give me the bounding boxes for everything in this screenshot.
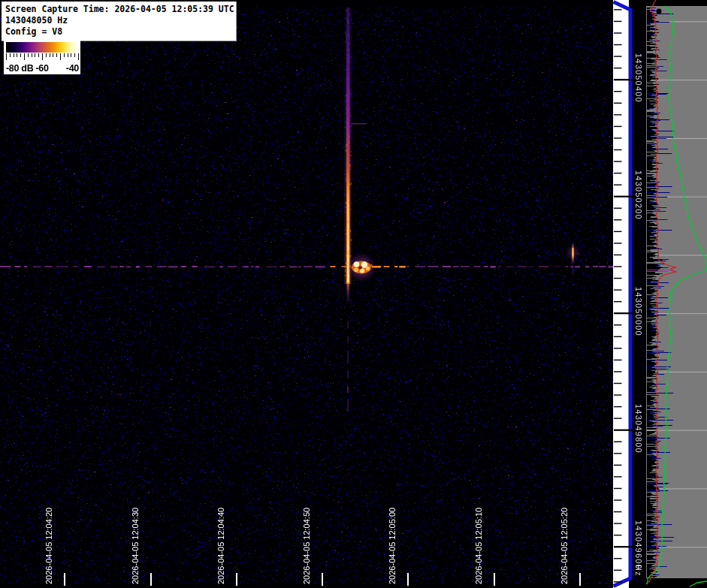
info-box: Screen Capture Time: 2026-04-05 12:05:39…	[2, 2, 237, 41]
colorbar-major-ticks	[6, 53, 79, 60]
screen-capture-window: Screen Capture Time: 2026-04-05 12:05:39…	[0, 0, 707, 588]
spectrogram-canvas	[0, 0, 707, 588]
colorbar-label-left: -80 dB	[6, 63, 33, 74]
colorbar-label-mid: -60	[35, 63, 48, 74]
frequency-text: 143048050 Hz	[5, 15, 234, 26]
colorbar: -80 dB -60 -40	[4, 40, 80, 74]
config-text: Config = V8	[5, 26, 234, 38]
colorbar-gradient	[6, 42, 78, 53]
colorbar-label-right: -40	[66, 63, 79, 74]
capture-time-text: Screen Capture Time: 2026-04-05 12:05:39…	[5, 4, 234, 15]
colorbar-labels: -80 dB -60 -40	[6, 63, 79, 74]
